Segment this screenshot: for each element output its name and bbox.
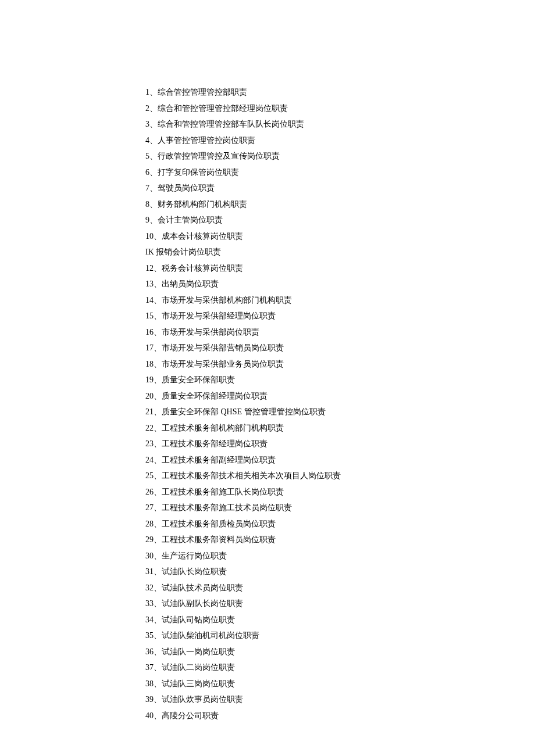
list-item: 10、成本会计核算岗位职责	[145, 228, 535, 245]
list-item: IK 报销会计岗位职责	[145, 244, 535, 260]
list-item: 19、质量安全环保部职责	[145, 372, 535, 388]
list-item: 5、行政管控管理管控及宣传岗位职责	[145, 148, 535, 164]
list-item: 35、试油队柴油机司机岗位职责	[145, 628, 535, 644]
list-item: 12、税务会计核算岗位职责	[145, 260, 535, 277]
list-item: 28、工程技术服务部质检员岗位职责	[145, 516, 535, 532]
list-item: 7、驾驶员岗位职责	[145, 180, 535, 196]
list-item: 18、市场开发与采供部业务员岗位职责	[145, 356, 535, 372]
list-item: 23、工程技术服务部经理岗位职责	[145, 436, 535, 452]
list-item: 15、市场开发与采供部经理岗位职责	[145, 308, 535, 324]
list-item: 39、试油队炊事员岗位职责	[145, 691, 535, 708]
list-item: 4、人事管控管理管控岗位职责	[145, 132, 535, 149]
list-item: 6、打字复印保管岗位职责	[145, 164, 535, 181]
list-item: 9、会计主管岗位职责	[145, 212, 535, 228]
list-item: 27、工程技术服务部施工技术员岗位职责	[145, 500, 535, 516]
list-item: 31、试油队长岗位职责	[145, 564, 535, 580]
list-item: 22、工程技术服务部机构部门机构职责	[145, 420, 535, 436]
list-item: 13、出纳员岗位职责	[145, 276, 535, 292]
list-item: 14、市场开发与采供部机构部门机构职责	[145, 292, 535, 309]
list-item: 34、试油队司钻岗位职责	[145, 612, 535, 628]
list-item: 21、质量安全环保部 QHSE 管控管理管控岗位职责	[145, 404, 535, 420]
list-item: 2、综合和管控管理管控部经理岗位职责	[145, 101, 535, 117]
document-list: 1、综合管控管理管控部职责2、综合和管控管理管控部经理岗位职责3、综合和管控管理…	[145, 84, 535, 723]
list-item: 25、工程技术服务部技术相关相关本次项目人岗位职责	[145, 468, 535, 484]
list-item: 20、质量安全环保部经理岗位职责	[145, 388, 535, 404]
list-item: 8、财务部机构部门机构职责	[145, 196, 535, 213]
list-item: 26、工程技术服务部施工队长岗位职责	[145, 484, 535, 500]
list-item: 37、试油队二岗岗位职责	[145, 660, 535, 676]
list-item: 36、试油队一岗岗位职责	[145, 644, 535, 660]
list-item: 17、市场开发与采供部营销员岗位职责	[145, 340, 535, 356]
list-item: 16、市场开发与采供部岗位职责	[145, 324, 535, 341]
list-item: 30、生产运行岗位职责	[145, 548, 535, 564]
list-item: 29、工程技术服务部资料员岗位职责	[145, 532, 535, 548]
list-item: 33、试油队副队长岗位职责	[145, 596, 535, 612]
list-item: 3、综合和管控管理管控部车队队长岗位职责	[145, 116, 535, 132]
list-item: 32、试油队技术员岗位职责	[145, 580, 535, 596]
list-item: 38、试油队三岗岗位职责	[145, 676, 535, 692]
list-item: 40、高陵分公司职责	[145, 708, 535, 724]
list-item: 1、综合管控管理管控部职责	[145, 84, 535, 101]
list-item: 24、工程技术服务部副经理岗位职责	[145, 452, 535, 468]
